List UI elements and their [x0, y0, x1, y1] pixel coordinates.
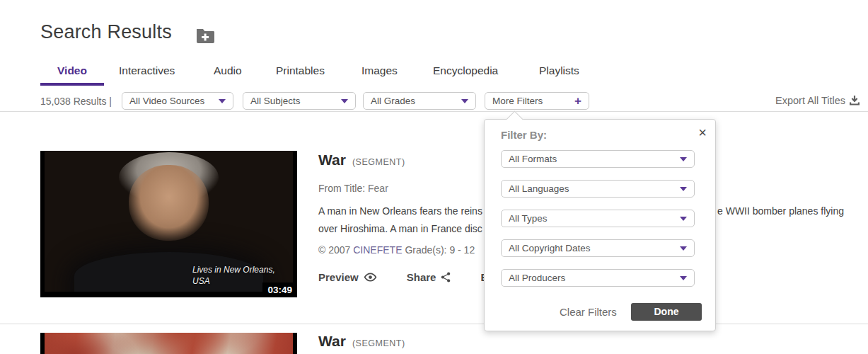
- divider: [0, 324, 868, 324]
- results-count-text: 15,038 Results: [40, 96, 106, 107]
- description-line1-left: A man in New Orleans fears the reins: [318, 205, 482, 217]
- grades-label: Grade(s): 9 - 12: [405, 244, 475, 256]
- caret-down-icon: [680, 217, 687, 221]
- tab-bar: Video Interactives Audio Printables Imag…: [0, 64, 868, 86]
- preview-label: Preview: [318, 271, 359, 283]
- download-icon: [849, 96, 860, 106]
- close-icon[interactable]: ×: [697, 124, 708, 141]
- dropdown-label: All Video Sources: [129, 96, 204, 106]
- export-label: Export All Titles: [775, 95, 845, 106]
- popup-title: Filter By:: [501, 129, 547, 141]
- clear-filters-button[interactable]: Clear Filters: [560, 306, 617, 318]
- producers-dropdown[interactable]: All Producers: [501, 269, 695, 287]
- producer-link[interactable]: CINEFETE: [353, 244, 402, 256]
- plus-icon: +: [574, 95, 581, 107]
- tab-audio[interactable]: Audio: [214, 64, 242, 77]
- tab-interactives[interactable]: Interactives: [119, 64, 175, 77]
- from-title-line: From Title: Fear: [318, 183, 388, 194]
- caret-down-icon: [680, 246, 687, 251]
- tab-printables[interactable]: Printables: [276, 64, 325, 77]
- from-title-link[interactable]: Fear: [368, 183, 388, 194]
- thumbnail-artwork: [45, 333, 293, 354]
- copyright-label: © 2007: [318, 244, 350, 256]
- caret-down-icon: [219, 99, 226, 103]
- results-count: 15,038 Results |: [40, 96, 112, 107]
- dropdown-label: All Formats: [509, 154, 557, 164]
- page: Search Results Video Interactives Audio …: [0, 0, 868, 354]
- languages-dropdown[interactable]: All Languages: [501, 180, 695, 198]
- dropdown-label: All Copyright Dates: [509, 243, 591, 253]
- caption-line: USA: [192, 276, 210, 286]
- segment-label: (SEGMENT): [352, 157, 405, 167]
- dropdown-label: All Languages: [509, 183, 569, 194]
- more-filters-label: More Filters: [492, 96, 543, 106]
- more-filters-button[interactable]: More Filters +: [485, 92, 589, 110]
- tab-images[interactable]: Images: [361, 64, 398, 77]
- grades-dropdown[interactable]: All Grades: [363, 92, 476, 110]
- duration-badge: 03:49: [262, 282, 297, 297]
- eye-icon: [364, 273, 377, 282]
- filter-popup: Filter By: × All Formats All Languages A…: [484, 119, 716, 331]
- result-title-text: War: [318, 333, 346, 349]
- types-dropdown[interactable]: All Types: [501, 210, 695, 227]
- add-to-folder-button[interactable]: [196, 28, 214, 43]
- description-line2: over Hiroshima. A man in France disc: [318, 223, 482, 234]
- caret-down-icon: [680, 187, 687, 191]
- caret-down-icon: [680, 276, 687, 280]
- tab-video[interactable]: Video: [40, 64, 104, 86]
- description-line1-right: e WWII bomber planes flying: [717, 205, 844, 217]
- folder-plus-icon: [196, 28, 214, 43]
- caret-down-icon: [680, 157, 687, 161]
- caret-down-icon: [341, 99, 348, 103]
- video-thumbnail[interactable]: Lives in New Orleans, USA 03:49: [40, 151, 297, 297]
- caption-line: Lives in New Orleans,: [192, 265, 275, 275]
- dropdown-label: All Grades: [371, 96, 415, 106]
- caret-down-icon: [461, 99, 468, 103]
- result-title-2[interactable]: War(SEGMENT): [318, 333, 405, 350]
- popup-caret: [506, 110, 523, 127]
- tab-playlists[interactable]: Playlists: [539, 64, 579, 77]
- dropdown-label: All Producers: [509, 273, 565, 283]
- result-title-text: War: [318, 152, 346, 168]
- share-label: Share: [407, 271, 436, 283]
- preview-button[interactable]: Preview: [318, 271, 377, 283]
- dropdown-label: All Types: [509, 213, 548, 224]
- video-sources-dropdown[interactable]: All Video Sources: [122, 92, 233, 110]
- page-title: Search Results: [40, 21, 172, 43]
- formats-dropdown[interactable]: All Formats: [501, 150, 695, 168]
- photo-face-shape: [129, 165, 208, 241]
- copyright-line: © 2007 CINEFETE Grade(s): 9 - 12: [318, 244, 475, 256]
- segment-label: (SEGMENT): [352, 338, 405, 348]
- divider: [0, 111, 868, 112]
- from-title-label: From Title:: [318, 183, 365, 194]
- dropdown-label: All Subjects: [250, 96, 301, 106]
- share-button[interactable]: Share: [407, 271, 451, 283]
- share-icon: [441, 272, 451, 282]
- result-title[interactable]: War(SEGMENT): [318, 152, 405, 169]
- copyright-dates-dropdown[interactable]: All Copyright Dates: [501, 239, 695, 257]
- done-button[interactable]: Done: [631, 303, 702, 321]
- subjects-dropdown[interactable]: All Subjects: [243, 92, 356, 110]
- video-thumbnail-2[interactable]: [40, 333, 297, 354]
- results-count-separator: |: [109, 96, 112, 107]
- export-all-titles-button[interactable]: Export All Titles: [775, 95, 860, 106]
- tab-encyclopedia[interactable]: Encyclopedia: [433, 64, 498, 77]
